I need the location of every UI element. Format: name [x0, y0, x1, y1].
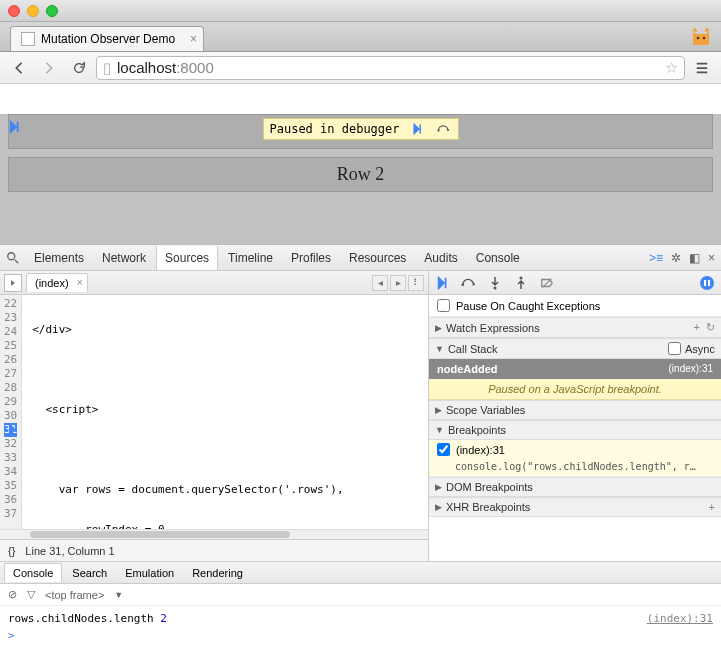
tab-title: Mutation Observer Demo [41, 32, 175, 46]
drawer-tab-search[interactable]: Search [64, 564, 115, 582]
add-watch-icon[interactable]: + [694, 321, 700, 334]
async-checkbox[interactable] [668, 342, 681, 355]
resume-overlay-icon[interactable] [8, 120, 22, 134]
banner-step-button[interactable] [436, 121, 452, 137]
debugger-controls [429, 271, 721, 295]
bookmark-star-icon[interactable]: ☆ [665, 59, 678, 77]
source-file-tabs: (index) × ◂ ▸ ⠇ [0, 271, 428, 295]
step-out-button[interactable] [513, 275, 529, 291]
breakpoint-label: (index):31 [456, 444, 505, 456]
debugger-sidebar: Pause On Caught Exceptions ▶ Watch Expre… [429, 271, 721, 561]
source-file-name: (index) [35, 277, 69, 289]
more-tabs-button[interactable]: ⠇ [408, 275, 424, 291]
frame-function: nodeAdded [437, 363, 498, 375]
horizontal-scrollbar[interactable] [0, 529, 428, 539]
watch-expressions-header[interactable]: ▶ Watch Expressions +↻ [429, 317, 721, 338]
console-toolbar: ⊘ ▽ <top frame> ▼ [0, 584, 721, 606]
frame-selector[interactable]: <top frame> [45, 589, 104, 601]
console-prompt[interactable]: > [8, 627, 713, 644]
deactivate-breakpoints-button[interactable] [539, 275, 555, 291]
resume-button[interactable] [435, 275, 451, 291]
svg-point-7 [700, 276, 714, 290]
devtools-tabbar: Elements Network Sources Timeline Profil… [0, 245, 721, 271]
browser-toolbar: ▯ localhost:8000 ☆ [0, 52, 721, 84]
reload-button[interactable] [66, 56, 92, 80]
breakpoint-checkbox[interactable] [437, 443, 450, 456]
console-source-link[interactable]: (index):31 [647, 612, 713, 625]
refresh-watch-icon[interactable]: ↻ [706, 321, 715, 334]
pause-on-caught-label: Pause On Caught Exceptions [456, 300, 600, 312]
devtools-close-icon[interactable]: × [708, 251, 715, 265]
history-fwd-button[interactable]: ▸ [390, 275, 406, 291]
scope-variables-header[interactable]: ▶ Scope Variables [429, 400, 721, 420]
browser-menu-button[interactable] [689, 56, 715, 80]
step-into-button[interactable] [487, 275, 503, 291]
devtools-panel: Elements Network Sources Timeline Profil… [0, 244, 721, 648]
url-host: localhost [117, 59, 176, 76]
devtools-tab-profiles[interactable]: Profiles [283, 246, 339, 270]
add-xhr-bp-icon[interactable]: + [709, 501, 715, 513]
address-bar[interactable]: ▯ localhost:8000 ☆ [96, 56, 685, 80]
window-zoom-button[interactable] [46, 5, 58, 17]
cursor-position: Line 31, Column 1 [25, 545, 114, 557]
pause-on-exceptions-button[interactable] [699, 275, 715, 291]
breakpoint-code-preview: console.log("rows.childNodes.length", r… [429, 459, 721, 477]
devtools-drawer: Console Search Emulation Rendering ⊘ ▽ <… [0, 561, 721, 648]
dock-side-icon[interactable]: ◧ [689, 251, 700, 265]
line-gutter[interactable]: 22232425262728293031323334353637 [0, 295, 22, 529]
banner-resume-button[interactable] [410, 121, 426, 137]
page-icon [21, 32, 35, 46]
devtools-tab-sources[interactable]: Sources [156, 246, 218, 270]
toggle-drawer-icon[interactable]: >≡ [649, 251, 663, 265]
collapse-arrow-icon: ▶ [435, 323, 442, 333]
braces-icon[interactable]: {} [8, 545, 15, 557]
source-file-tab[interactable]: (index) × [26, 273, 88, 292]
close-file-icon[interactable]: × [77, 277, 83, 288]
svg-point-3 [8, 252, 15, 259]
devtools-tab-elements[interactable]: Elements [26, 246, 92, 270]
window-close-button[interactable] [8, 5, 20, 17]
window-minimize-button[interactable] [27, 5, 39, 17]
drawer-tab-console[interactable]: Console [4, 563, 62, 582]
devtools-tab-resources[interactable]: Resources [341, 246, 414, 270]
drawer-tab-rendering[interactable]: Rendering [184, 564, 251, 582]
settings-gear-icon[interactable]: ✲ [671, 251, 681, 265]
extension-cat-icon[interactable] [689, 25, 713, 49]
frame-selector-chevron-icon[interactable]: ▼ [114, 590, 123, 600]
filter-icon[interactable]: ▽ [27, 588, 35, 601]
devtools-tab-audits[interactable]: Audits [416, 246, 465, 270]
browser-tab[interactable]: Mutation Observer Demo × [10, 26, 204, 51]
devtools-tab-console[interactable]: Console [468, 246, 528, 270]
expand-arrow-icon: ▼ [435, 344, 444, 354]
pause-on-caught-row[interactable]: Pause On Caught Exceptions [429, 295, 721, 317]
history-back-button[interactable]: ◂ [372, 275, 388, 291]
collapse-arrow-icon: ▶ [435, 482, 442, 492]
url-port: :8000 [176, 59, 214, 76]
window-titlebar [0, 0, 721, 22]
show-navigator-button[interactable] [4, 274, 22, 292]
devtools-tab-timeline[interactable]: Timeline [220, 246, 281, 270]
clear-console-icon[interactable]: ⊘ [8, 588, 17, 601]
code-lines: </div> <script> var rows = document.quer… [22, 295, 428, 529]
collapse-arrow-icon: ▶ [435, 502, 442, 512]
back-button[interactable] [6, 56, 32, 80]
tab-close-icon[interactable]: × [190, 32, 197, 46]
forward-button[interactable] [36, 56, 62, 80]
call-stack-frame[interactable]: nodeAdded (index):31 [429, 359, 721, 379]
pause-on-caught-checkbox[interactable] [437, 299, 450, 312]
site-info-icon[interactable]: ▯ [103, 59, 111, 77]
dom-breakpoints-header[interactable]: ▶ DOM Breakpoints [429, 477, 721, 497]
code-editor[interactable]: 22232425262728293031323334353637 </div> … [0, 295, 428, 529]
drawer-tab-emulation[interactable]: Emulation [117, 564, 182, 582]
console-output[interactable]: rows.childNodes.length 2 (index):31 > [0, 606, 721, 648]
breakpoints-header[interactable]: ▼ Breakpoints [429, 420, 721, 440]
step-over-button[interactable] [461, 275, 477, 291]
xhr-breakpoints-header[interactable]: ▶ XHR Breakpoints + [429, 497, 721, 517]
devtools-tab-network[interactable]: Network [94, 246, 154, 270]
inspect-search-icon[interactable] [6, 251, 20, 265]
breakpoint-item[interactable]: (index):31 [429, 440, 721, 459]
svg-point-4 [461, 283, 464, 286]
drawer-tabbar: Console Search Emulation Rendering [0, 562, 721, 584]
expand-arrow-icon: ▼ [435, 425, 444, 435]
call-stack-header[interactable]: ▼ Call Stack Async [429, 338, 721, 359]
